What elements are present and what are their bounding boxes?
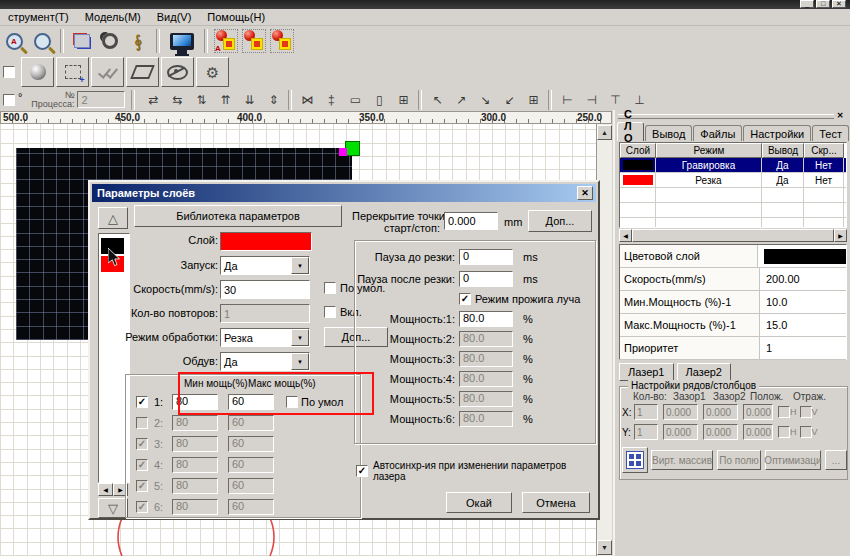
layer-up-button[interactable]: △ — [98, 207, 128, 229]
dialog-title-bar[interactable]: Параметры слоёв ✕ — [92, 184, 596, 202]
same-height-icon[interactable]: ▯ — [367, 89, 391, 111]
grid-input[interactable]: 0.000 — [663, 424, 698, 440]
scroll-down-icon[interactable]: ▼ — [597, 540, 612, 555]
min-power-input[interactable]: 80 — [172, 394, 218, 410]
speed-input[interactable]: 30 — [220, 280, 310, 299]
grid-input[interactable]: 0.000 — [663, 404, 698, 420]
array-mode-button[interactable] — [622, 447, 648, 473]
pause-before-input[interactable]: 0 — [459, 249, 513, 265]
autosync-checkbox[interactable] — [356, 465, 368, 477]
tab-лазер2[interactable]: Лазер2 — [677, 363, 732, 381]
align-center-icon[interactable]: ⊞ — [521, 89, 545, 111]
min-power-input[interactable]: 80 — [172, 478, 218, 494]
power-input[interactable]: 80.0 — [459, 391, 513, 407]
speed-default-checkbox[interactable] — [324, 282, 336, 294]
menu-item[interactable]: Вид(V) — [149, 10, 200, 24]
property-row[interactable]: Макс.Мощность (%)-115.0 — [620, 314, 846, 337]
repeats-input[interactable]: 1 — [220, 304, 310, 323]
power-input[interactable]: 80.0 — [459, 331, 513, 347]
table-row[interactable]: ГравировкаДаНет — [620, 158, 846, 173]
table-row[interactable]: РезкаДаНет — [620, 173, 846, 188]
simulate-monitor-icon[interactable] — [164, 27, 200, 55]
property-value[interactable]: 1 — [760, 342, 846, 354]
array-output-a-icon[interactable]: A — [212, 27, 240, 55]
menu-item[interactable]: Модель(М) — [77, 10, 149, 24]
overlap-more-button[interactable]: Доп... — [528, 210, 592, 232]
marquee-add-icon[interactable] — [56, 57, 89, 87]
property-row[interactable]: Приоритет1 — [620, 337, 846, 360]
min-power-input[interactable]: 80 — [172, 499, 218, 515]
property-value[interactable]: 200.00 — [760, 273, 846, 285]
power-row-checkbox[interactable] — [136, 417, 148, 429]
property-value[interactable] — [758, 249, 846, 264]
max-power-input[interactable]: 60 — [228, 436, 274, 452]
blow-combobox[interactable]: Да▼ — [220, 352, 310, 371]
align-bottom-right-icon[interactable]: ↘ — [473, 89, 497, 111]
power-row-checkbox[interactable] — [136, 459, 148, 471]
row-default-checkbox[interactable] — [286, 396, 298, 408]
scroll-left-icon[interactable]: ◀ — [98, 483, 113, 496]
grid-input[interactable]: 0.000 — [743, 404, 773, 420]
chevron-down-icon[interactable]: ▼ — [291, 329, 309, 346]
tab-тест[interactable]: Тест — [812, 125, 849, 141]
double-check-icon[interactable] — [91, 57, 124, 87]
min-power-input[interactable]: 80 — [172, 436, 218, 452]
array-preview-icon[interactable] — [268, 27, 296, 55]
grid-input[interactable]: 1 — [634, 424, 658, 440]
close-button[interactable]: ✕ — [832, 0, 846, 8]
grid-action-button[interactable]: Вирт. массив — [651, 450, 713, 470]
grid-input[interactable]: 0.000 — [703, 404, 738, 420]
trace-ball-icon[interactable] — [21, 57, 54, 87]
zoom-text-icon[interactable]: A — [0, 27, 28, 55]
repeats-on-checkbox[interactable] — [324, 306, 336, 318]
align-top-right-icon[interactable]: ↗ — [449, 89, 473, 111]
rotate-right-icon[interactable]: ⇕ — [261, 89, 285, 111]
panel-grip[interactable] — [618, 114, 834, 119]
array-output-icon[interactable] — [240, 27, 268, 55]
burn-mode-checkbox[interactable] — [459, 293, 471, 305]
squeeze-horizontal-icon[interactable]: ⋈ — [295, 89, 319, 111]
panel-close-icon[interactable]: ✕ — [834, 110, 846, 121]
mirror-vertical-icon[interactable]: ⇅ — [189, 89, 213, 111]
tab-лазер1[interactable]: Лазер1 — [619, 363, 674, 381]
mirror-checkbox[interactable] — [778, 406, 790, 418]
pen-loop-icon[interactable]: ∮ — [124, 27, 152, 55]
max-power-input[interactable]: 60 — [228, 499, 274, 515]
menu-item[interactable]: струмент(Т) — [0, 10, 77, 24]
mode-combobox[interactable]: Резка▼ — [220, 328, 310, 347]
align-right-edge-icon[interactable]: ⊣ — [579, 89, 603, 111]
process-number-input[interactable]: 2 — [77, 91, 125, 108]
mirror-checkbox[interactable] — [800, 406, 812, 418]
power-input[interactable]: 80.0 — [459, 311, 513, 327]
squeeze-vertical-icon[interactable]: ‡ — [319, 89, 343, 111]
mirror-horizontal-icon[interactable]: ⇄ — [141, 89, 165, 111]
same-size-icon[interactable]: ⊞ — [391, 89, 415, 111]
grid-input[interactable]: 0.000 — [743, 424, 773, 440]
align-top-left-icon[interactable]: ↖ — [425, 89, 449, 111]
gear-icon[interactable]: ⚙ — [196, 57, 229, 87]
column-header[interactable]: Вывод — [762, 143, 804, 158]
toolbar-checkbox[interactable] — [3, 66, 15, 78]
layer-down-button[interactable]: ▽ — [98, 498, 128, 518]
layer-list-hscroll[interactable]: ◀ ▶ — [98, 483, 128, 496]
cancel-button[interactable]: Отмена — [522, 492, 590, 513]
ok-button[interactable]: Окай — [446, 492, 512, 513]
column-header[interactable]: Режим — [656, 143, 762, 158]
layers-table-hscrollbar[interactable]: ◀ ▶ — [619, 229, 847, 242]
grid-action-button[interactable]: ... — [825, 450, 847, 470]
library-button[interactable]: Библиотека параметров — [134, 205, 342, 227]
mirror-option[interactable]: H — [778, 426, 797, 438]
property-value[interactable]: 15.0 — [760, 319, 846, 331]
row-default-option[interactable]: По умол — [286, 396, 343, 408]
menu-item[interactable]: Помощь(Н) — [199, 10, 273, 24]
tab-слои[interactable]: С Л О И — [617, 122, 644, 141]
property-row[interactable]: Скорость(mm/s)200.00 — [620, 268, 846, 291]
dialog-close-icon[interactable]: ✕ — [577, 186, 593, 200]
mirror-checkbox[interactable] — [800, 426, 812, 438]
mirror-option[interactable]: V — [800, 406, 818, 418]
scroll-right-icon[interactable]: ▶ — [834, 229, 847, 242]
max-power-input[interactable]: 60 — [228, 478, 274, 494]
scroll-left-icon[interactable]: ◀ — [619, 229, 632, 242]
rotate-left-icon[interactable]: ⇊ — [237, 89, 261, 111]
same-width-icon[interactable]: ▭ — [343, 89, 367, 111]
